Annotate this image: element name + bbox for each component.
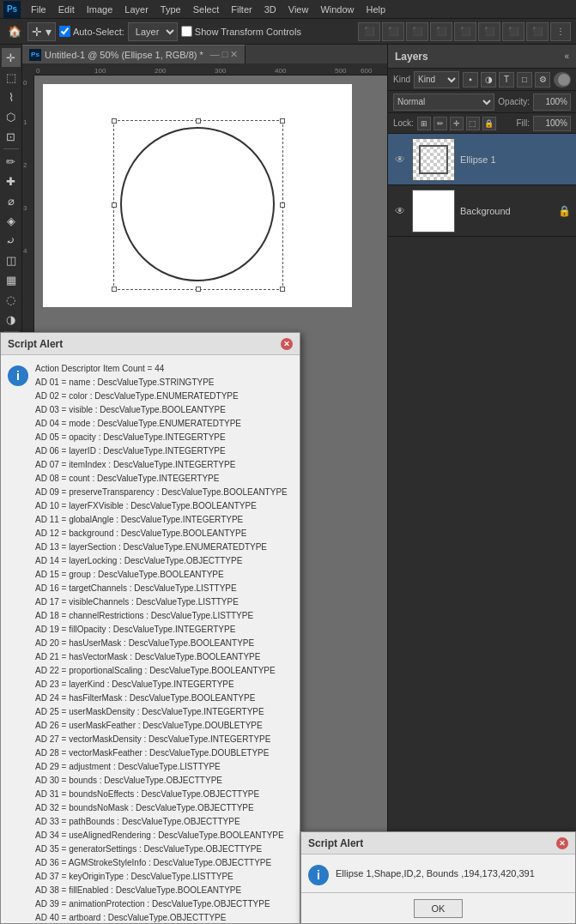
alert-right-title: Script Alert — [308, 837, 363, 849]
align-middle[interactable]: ⬛ — [454, 22, 476, 41]
handle-mr[interactable] — [280, 202, 285, 208]
menu-3d[interactable]: 3D — [259, 3, 282, 16]
crop-tool-btn[interactable]: ⊡ — [2, 127, 21, 146]
distribute-h[interactable]: ⬛ — [502, 22, 524, 41]
history-btn[interactable]: ⤾ — [2, 231, 21, 250]
auto-select-checkbox[interactable] — [59, 26, 70, 37]
opacity-input[interactable] — [533, 94, 571, 111]
home-button[interactable]: 🏠 — [5, 22, 24, 41]
fill-input[interactable] — [533, 116, 571, 131]
clone-btn[interactable]: ◈ — [2, 211, 21, 230]
filter-smart[interactable]: ⚙ — [535, 72, 550, 88]
lock-pixels[interactable]: ✏ — [434, 117, 447, 130]
lock-artboard[interactable]: ⬚ — [466, 117, 480, 130]
quick-select-btn[interactable]: ⬡ — [2, 107, 21, 126]
toolbar: 🏠 ✛ ▾ Auto-Select: Layer Show Transform … — [0, 19, 576, 45]
alert-left-text: Action Descriptor Item Count = 44 AD 01 … — [35, 362, 293, 924]
lock-position[interactable]: ✛ — [450, 117, 464, 130]
alert-left-close[interactable]: ✕ — [281, 338, 293, 350]
kind-row: Kind Kind ▪ ◑ T □ ⚙ — [388, 69, 576, 91]
gradient-btn[interactable]: ▦ — [2, 270, 21, 289]
blur-btn[interactable]: ◌ — [2, 290, 21, 309]
handle-bc[interactable] — [196, 287, 201, 292]
opacity-label: Opacity: — [498, 97, 530, 106]
alert-right-titlebar: Script Alert ✕ — [301, 832, 575, 855]
blend-mode-select[interactable]: Normal — [393, 94, 494, 111]
ruler-top-row: 0 100 200 300 400 500 600 — [22, 63, 387, 75]
ruler-v-2: 2 — [23, 161, 27, 169]
ruler-mark-200: 200 — [155, 67, 166, 75]
align-top[interactable]: ⬛ — [430, 22, 452, 41]
layer-lock-background: 🔒 — [558, 205, 571, 217]
alert-right-ok[interactable]: OK — [414, 899, 464, 918]
handle-ml[interactable] — [112, 202, 117, 208]
ruler-horizontal: 0 100 200 300 400 500 600 — [34, 63, 387, 75]
minimize-btn[interactable]: — — [210, 49, 220, 60]
lasso-tool-btn[interactable]: ⌇ — [2, 88, 21, 106]
auto-select-label: Auto-Select: — [73, 27, 124, 37]
handle-tr[interactable] — [280, 118, 285, 124]
eraser-btn[interactable]: ◫ — [2, 251, 21, 269]
filter-shape[interactable]: □ — [517, 72, 532, 88]
dodge-btn[interactable]: ◑ — [2, 310, 21, 329]
handle-tc[interactable] — [196, 118, 201, 124]
filter-pixel[interactable]: ▪ — [463, 72, 478, 88]
panel-options[interactable]: ⋮ — [550, 22, 571, 41]
distribute-v[interactable]: ⬛ — [526, 22, 549, 41]
close-doc-btn[interactable]: ✕ — [230, 49, 238, 60]
document-tab[interactable]: Ps Untitled-1 @ 50% (Ellipse 1, RGB/8) *… — [22, 45, 246, 63]
layer-item-background[interactable]: 👁 Background 🔒 — [388, 185, 576, 237]
menu-select[interactable]: Select — [188, 3, 225, 16]
menu-image[interactable]: Image — [82, 3, 118, 16]
align-left[interactable]: ⬛ — [358, 22, 380, 41]
alert-right-close[interactable]: ✕ — [556, 837, 568, 849]
move-tool[interactable]: ✛ ▾ — [27, 22, 56, 41]
maximize-btn[interactable]: □ — [222, 49, 228, 60]
alert-right-footer: OK — [301, 892, 575, 923]
ruler-mark-300: 300 — [215, 67, 226, 75]
panel-header: Layers « — [388, 45, 576, 69]
menu-filter[interactable]: Filter — [226, 3, 257, 16]
menu-layer[interactable]: Layer — [119, 3, 154, 16]
menu-edit[interactable]: Edit — [53, 3, 80, 16]
layer-item-ellipse1[interactable]: 👁 Ellipse 1 — [388, 134, 576, 185]
menu-window[interactable]: Window — [315, 3, 359, 16]
handle-br[interactable] — [280, 287, 285, 292]
handle-tl[interactable] — [112, 118, 117, 124]
layer-select[interactable]: Layer — [128, 22, 178, 41]
handle-bl[interactable] — [112, 287, 117, 292]
filter-toggle[interactable] — [554, 72, 571, 88]
move-tool-btn[interactable]: ✛ — [2, 48, 21, 67]
ruler-mark-0: 0 — [36, 67, 39, 75]
alert-left-title: Script Alert — [8, 338, 63, 350]
heal-btn[interactable]: ✚ — [2, 172, 21, 190]
eyedropper-btn[interactable]: ✏ — [2, 152, 21, 171]
layer-thumb-background — [412, 190, 455, 233]
menu-file[interactable]: File — [26, 3, 52, 16]
alert-left-body: i Action Descriptor Item Count = 44 AD 0… — [1, 355, 300, 924]
layer-visibility-background[interactable]: 👁 — [393, 204, 407, 218]
transform-checkbox[interactable] — [181, 26, 192, 37]
menu-help[interactable]: Help — [361, 3, 391, 16]
kind-filter-select[interactable]: Kind — [414, 71, 459, 88]
filter-type[interactable]: T — [499, 72, 514, 88]
ruler-mark-600: 600 — [361, 67, 372, 75]
align-bottom[interactable]: ⬛ — [478, 22, 500, 41]
lock-row: Lock: ⊞ ✏ ✛ ⬚ 🔒 Fill: — [388, 113, 576, 134]
filter-adjust[interactable]: ◑ — [481, 72, 496, 88]
panel-collapse-btn[interactable]: « — [564, 51, 569, 61]
menu-type[interactable]: Type — [155, 3, 186, 16]
lock-transparent[interactable]: ⊞ — [417, 117, 431, 130]
brush-btn[interactable]: ⌀ — [2, 191, 21, 210]
canvas-background — [43, 84, 352, 307]
ruler-mark-500: 500 — [335, 67, 346, 75]
layer-visibility-ellipse1[interactable]: 👁 — [393, 153, 407, 166]
filter-toggle-knob — [558, 74, 570, 86]
doc-tab-bar: Ps Untitled-1 @ 50% (Ellipse 1, RGB/8) *… — [22, 45, 387, 63]
layers-panel: Layers « Kind Kind ▪ ◑ T □ ⚙ Normal — [387, 45, 576, 924]
selection-tool-btn[interactable]: ⬚ — [2, 68, 21, 87]
align-center[interactable]: ⬛ — [382, 22, 404, 41]
align-right[interactable]: ⬛ — [406, 22, 428, 41]
lock-all[interactable]: 🔒 — [482, 117, 496, 130]
menu-view[interactable]: View — [283, 3, 314, 16]
